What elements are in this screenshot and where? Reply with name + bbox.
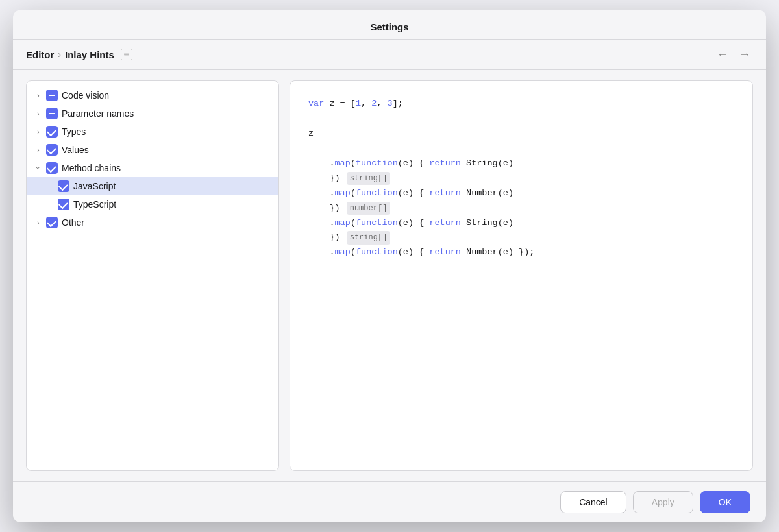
checkbox-parameter-names[interactable] (46, 108, 58, 119)
checkbox-javascript[interactable] (58, 180, 69, 192)
item-label-javascript: JavaScript (73, 181, 116, 191)
svg-rect-1 (124, 54, 129, 54)
chevron-down-icon: › (34, 164, 42, 172)
code-line-hint3: }) string[] (308, 230, 734, 245)
chevron-right-icon: › (34, 110, 42, 117)
hint-badge-number: number[] (347, 202, 391, 215)
item-label-method-chains: Method chains (62, 163, 121, 173)
chevron-right-icon: › (34, 219, 42, 226)
item-label-types: Types (62, 127, 86, 137)
ok-button[interactable]: OK (700, 491, 750, 513)
code-line-map1: .map(function(e) { return String(e) (308, 156, 734, 171)
code-line-z: z (308, 127, 734, 141)
tree-item-types[interactable]: › Types (27, 123, 278, 141)
breadcrumb-parent[interactable]: Editor (26, 49, 54, 60)
checkbox-code-vision[interactable] (46, 90, 58, 101)
item-label-other: Other (62, 217, 84, 228)
chevron-right-icon: › (34, 146, 42, 154)
hint-badge-string: string[] (347, 172, 391, 185)
checkbox-typescript[interactable] (58, 199, 69, 210)
checkbox-types[interactable] (46, 126, 58, 138)
code-line-blank-1 (308, 112, 734, 127)
code-line-blank-2 (308, 141, 734, 156)
code-line-map2: .map(function(e) { return Number(e) (308, 186, 734, 201)
svg-rect-2 (124, 56, 129, 56)
breadcrumb-separator: › (58, 49, 61, 60)
tree-item-values[interactable]: › Values (27, 141, 278, 159)
nav-buttons: ← → (714, 47, 753, 62)
tree-item-javascript[interactable]: JavaScript (27, 177, 278, 195)
tree-item-code-vision[interactable]: › Code vision (27, 86, 278, 104)
item-label-parameter-names: Parameter names (62, 108, 134, 119)
apply-button[interactable]: Apply (633, 491, 693, 513)
tree-item-method-chains[interactable]: › Method chains (27, 159, 278, 177)
breadcrumb-menu-icon[interactable] (121, 49, 132, 60)
dialog-title: Settings (13, 10, 766, 40)
code-line-map3: .map(function(e) { return String(e) (308, 216, 734, 231)
code-preview-panel: var z = [1, 2, 3]; z .map(function(e) { … (290, 80, 753, 471)
forward-button[interactable]: → (736, 47, 753, 62)
breadcrumb-current: Inlay Hints (65, 49, 114, 60)
item-label-code-vision: Code vision (62, 90, 109, 101)
hint-badge-string2: string[] (347, 231, 391, 244)
breadcrumb-bar: Editor › Inlay Hints ← → (13, 40, 766, 70)
chevron-right-icon: › (34, 91, 42, 99)
item-label-values: Values (62, 145, 89, 155)
tree-item-typescript[interactable]: TypeScript (27, 195, 278, 213)
chevron-right-icon: › (34, 128, 42, 136)
left-panel: › Code vision › Parameter names › Types … (26, 80, 279, 471)
cancel-button[interactable]: Cancel (560, 491, 626, 513)
code-line-1: var z = [1, 2, 3]; (308, 97, 734, 112)
tree-item-parameter-names[interactable]: › Parameter names (27, 104, 278, 123)
back-button[interactable]: ← (714, 47, 731, 62)
code-block: var z = [1, 2, 3]; z .map(function(e) { … (308, 97, 734, 260)
tree-item-other[interactable]: › Other (27, 213, 278, 232)
breadcrumb: Editor › Inlay Hints (26, 49, 714, 60)
checkbox-method-chains[interactable] (46, 162, 58, 174)
code-line-map4: .map(function(e) { return Number(e) }); (308, 245, 734, 260)
dialog-body: › Code vision › Parameter names › Types … (13, 70, 766, 481)
settings-dialog: Settings Editor › Inlay Hints ← → › (13, 10, 766, 522)
checkbox-other[interactable] (46, 217, 58, 228)
code-line-hint2: }) number[] (308, 201, 734, 216)
dialog-footer: Cancel Apply OK (13, 481, 766, 522)
item-label-typescript: TypeScript (73, 199, 116, 210)
checkbox-values[interactable] (46, 144, 58, 156)
code-line-hint1: }) string[] (308, 171, 734, 186)
svg-rect-0 (124, 53, 129, 53)
